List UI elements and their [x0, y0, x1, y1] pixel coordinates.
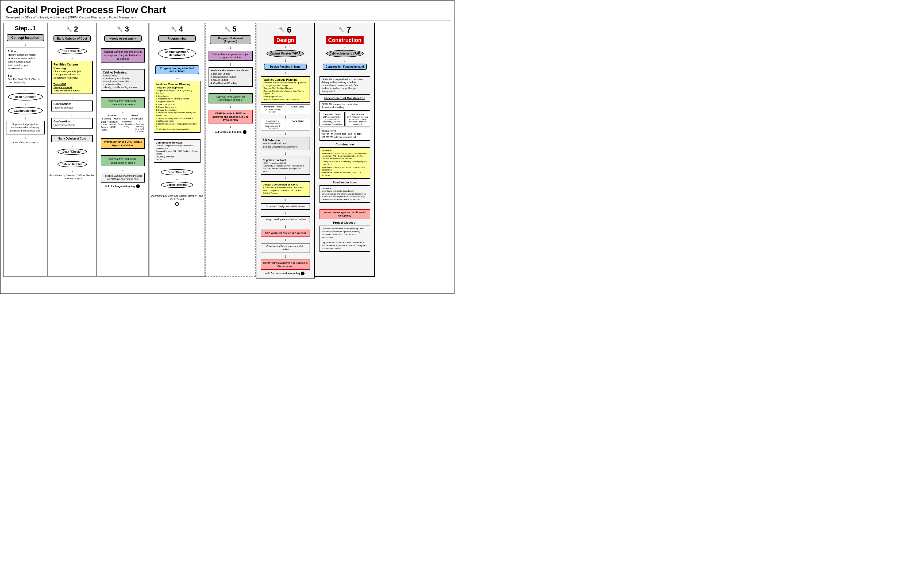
arrow-s3-2: ↓: [122, 64, 124, 68]
step2-oval3: Cabinet Member: [57, 161, 87, 167]
step1-header: Step...1: [5, 25, 46, 32]
arrow-s2-2: ↓: [71, 55, 73, 60]
step7-cppm-final-items: *coordinate to include department repres…: [322, 190, 368, 201]
step7-dept-contact: Department to contact Facilities Operati…: [322, 241, 368, 250]
step7-construction-label: Construction: [335, 143, 354, 146]
arrow-s6-9: ↓: [284, 224, 286, 228]
step6-bor-uarch: BOR / U-Arch and DofA: [263, 142, 308, 145]
step6-column: 🔧 6 Design ↓ Cabinet Member / VPAF ↓ Des…: [256, 23, 315, 279]
arrow-s2-1: ↓: [71, 43, 73, 47]
arrow3: ↓: [24, 102, 26, 106]
step2-target-gsf: Target GSF: [53, 83, 91, 86]
step7-cppm-final: CPPM PM: [322, 187, 368, 190]
arrow-s4-6: ↓: [176, 176, 178, 181]
arrow-s3-4: ↓: [122, 109, 124, 114]
step6-facilities-box: Facilities Campus Planning *Prepares mor…: [260, 76, 310, 103]
step4-number: 4: [179, 25, 183, 34]
step3-facilities-text: Facilities Campus Planning Includes on B…: [104, 174, 142, 180]
step2-facilities-text: Director Assigns a Project Manager to wo…: [53, 70, 91, 79]
step6-schematic-box: Schematic Design submittal / review: [260, 203, 310, 210]
step6-ae-title: A/E Selection: [263, 139, 308, 142]
step7-cppm-coord: CPPM PM: [322, 149, 368, 152]
step2-icon: 🔧: [66, 26, 72, 32]
step7-osfm-approve-box: OSFM / OFPM approve Certificate of Occup…: [319, 209, 370, 219]
step2-early-opinion: Early Opinion of Cost: [58, 137, 86, 140]
step3-evaluates-items: *Overall Need*Consistency w/ university …: [103, 74, 143, 89]
step2-target-cost: Target Cost/GSF: [53, 86, 91, 89]
step7-state-funds: State Funds DofA Procurement Hard Bid Pr…: [345, 112, 370, 126]
by-text: Faculty / Staff /Dept. Chair or Unit Lea…: [8, 78, 43, 84]
arrow-s6-4: ↓: [284, 131, 286, 136]
step7-oval1: Cabinet Member / VPAF: [326, 50, 364, 57]
arrow5: ↓: [24, 136, 26, 140]
step4-oval2: Dean / Director: [161, 169, 193, 175]
arrow-s5-4: ↓: [230, 105, 231, 109]
step3-number: 3: [125, 25, 129, 34]
step6-hold-row: Hold for Construction Funding: [265, 271, 306, 275]
step5-hold-circle: [243, 130, 246, 134]
step2-facilities-box: Facilities Campus Planning Director Assi…: [51, 61, 93, 94]
arrow-s4-1: ↓: [176, 43, 178, 47]
step3-approval2: Approval from Cabinet for continuation o…: [108, 157, 137, 164]
arrow-s6-5: ↓: [284, 151, 286, 155]
step3-funding-section: Provost VPAF Funding Master Plan Confirm…: [101, 114, 145, 132]
step7-cppm-box: CPPM PM is responsible for construction …: [319, 76, 370, 95]
step6-bor-architect: BOR Architect Review & Approval: [265, 231, 306, 234]
step6-osfm-ofpm-box: OSFM / OFPM approve For Bidding & Constr…: [260, 260, 310, 270]
step5-title: Program Statement (Approval): [210, 35, 251, 44]
arrow-s2-8: ↓: [71, 168, 73, 173]
step7-title: Construction: [326, 36, 363, 44]
step6-design-dev-box: Design Development submittal / review: [260, 216, 310, 223]
arrow-s4-3: ↓: [176, 75, 178, 80]
step2-early-opinion-box: Early Opinion of Cost: [51, 135, 93, 142]
step6-dofa-sbac: DofA SBAC or Foundation RFP (University …: [260, 119, 285, 131]
step6-oval1: Cabinet Member / VPAF: [267, 50, 304, 57]
step2-header: 🔧 2: [66, 25, 78, 34]
step4-program-dev-text: Campus Planning PM or Programming Archit…: [156, 89, 198, 131]
page-subtitle: Developed by Office of University Archit…: [6, 16, 449, 19]
step3-funding-label: Funding: [102, 117, 111, 120]
page-title: Capital Project Process Flow Chart: [6, 5, 449, 15]
action-label: Action:: [8, 50, 43, 53]
arrow-s3-1: ↓: [122, 43, 124, 47]
step7-cppm-text: CPPM PM is responsible for construction …: [322, 78, 363, 92]
arrow-s6-10: ↓: [284, 237, 286, 242]
step3-approval1: Approval from Cabinet for continuation o…: [108, 99, 137, 106]
arrow-s7-4: ↓: [344, 204, 346, 208]
step1-oval2: Cabinet Member: [8, 107, 43, 115]
page-header: Capital Project Process Flow Chart Devel…: [3, 3, 451, 21]
step3-presents-text: Cabinet Member presents project concept …: [104, 50, 141, 60]
step7-project-closeout: Project Closeout: [333, 221, 356, 224]
step3-status-report-box: Provost/Sr VP and VPAF Status Report to …: [101, 138, 145, 149]
step7-cppm-award: *CPPM PM will issue award of bid: [322, 136, 368, 139]
arrow-s7-2: ↓: [344, 58, 346, 63]
step3-foundation-label: Foundation Project Feasibility Study: [117, 121, 135, 128]
step7-cppm-releases-box: CPPM PM releases the construction docume…: [319, 101, 370, 111]
step4-program-funding: Program funding identified and in hand: [155, 65, 199, 74]
step4-header: 🔧 4: [171, 25, 183, 34]
step4-conf-reviews-label: Confirmation Reviews:: [156, 141, 198, 144]
arrow-s5-2: ↓: [230, 62, 231, 66]
step6-number: 6: [287, 25, 292, 35]
step3-masterplan-label: Master Plan: [114, 117, 127, 120]
step2-number: 2: [74, 25, 78, 34]
step3-vpaf-label: VPAF: [131, 114, 138, 117]
step3-confirmation-label: Confirmation: [130, 117, 143, 120]
arrow4: ↓: [24, 115, 26, 120]
step6-construction-docs-box: Construction Documents submittal / revie…: [260, 243, 310, 253]
page: Capital Project Process Flow Chart Devel…: [0, 0, 454, 294]
step6-foundation-funds: Foundation Funds (No State funding sourc…: [260, 104, 285, 114]
step3-status-report: Provost/Sr VP and VPAF Status Report to …: [104, 141, 142, 147]
step6-negotiate-items: *BOR / U-Arch and DofA *University Archi…: [263, 162, 308, 173]
step6-design-coord: Design Coordinated by CPPM: [263, 183, 308, 186]
step4-icon: 🔧: [171, 26, 177, 32]
step3-presents-box: Cabinet Member presents project concept …: [101, 48, 145, 63]
arrow-s3-5: ↓: [122, 133, 124, 137]
step6-schematic: Schematic Design submittal / review: [266, 205, 305, 208]
step7-number: 7: [346, 25, 351, 35]
step2-conf1: Planning Director: [53, 106, 73, 109]
step5-inner: 🔧 5 Program Statement (Approval) ↓ Cabin…: [207, 25, 254, 135]
step5-approval-box: Approval from Cabinet for continuation o…: [209, 93, 253, 104]
step5-approval-label: Approval from Cabinet for continuation o…: [216, 95, 245, 101]
step5-vpaf-submits-box: VPAF Submits to BOR for approval and ame…: [209, 110, 253, 123]
